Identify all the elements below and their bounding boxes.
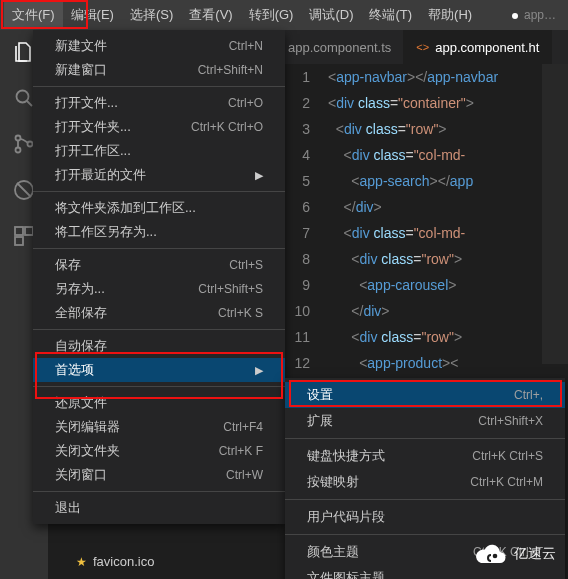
menu-help[interactable]: 帮助(H) — [420, 1, 480, 29]
svg-point-2 — [16, 148, 21, 153]
watermark-text: 亿速云 — [514, 545, 556, 563]
svg-point-8 — [493, 554, 498, 559]
menu-file[interactable]: 文件(F) — [4, 1, 63, 29]
submenu-settings[interactable]: 设置Ctrl+, — [285, 382, 565, 408]
menu-open-file[interactable]: 打开文件...Ctrl+O — [33, 91, 285, 115]
menu-add-folder[interactable]: 将文件夹添加到工作区... — [33, 196, 285, 220]
submenu-snippets[interactable]: 用户代码片段 — [285, 504, 565, 530]
menubar: 文件(F) 编辑(E) 选择(S) 查看(V) 转到(G) 调试(D) 终端(T… — [0, 0, 568, 30]
svg-point-0 — [17, 91, 29, 103]
tree-item-favicon[interactable]: ★ favicon.ico — [76, 554, 154, 569]
menu-save-as[interactable]: 另存为...Ctrl+Shift+S — [33, 277, 285, 301]
svg-point-3 — [28, 142, 33, 147]
menu-close-folder[interactable]: 关闭文件夹Ctrl+K F — [33, 439, 285, 463]
svg-point-1 — [16, 136, 21, 141]
menu-open-folder[interactable]: 打开文件夹...Ctrl+K Ctrl+O — [33, 115, 285, 139]
menu-exit[interactable]: 退出 — [33, 496, 285, 520]
menu-go[interactable]: 转到(G) — [241, 1, 302, 29]
menu-save[interactable]: 保存Ctrl+S — [33, 253, 285, 277]
submenu-keyboard-shortcuts[interactable]: 键盘快捷方式Ctrl+K Ctrl+S — [285, 443, 565, 469]
file-menu: 新建文件Ctrl+N 新建窗口Ctrl+Shift+N 打开文件...Ctrl+… — [33, 30, 285, 524]
html-file-icon: <> — [416, 41, 429, 53]
tab-label: app.component.ht — [435, 40, 539, 55]
menu-new-window[interactable]: 新建窗口Ctrl+Shift+N — [33, 58, 285, 82]
tree-item-label: favicon.ico — [93, 554, 154, 569]
submenu-extensions[interactable]: 扩展Ctrl+Shift+X — [285, 408, 565, 434]
menu-preferences[interactable]: 首选项▶ — [33, 358, 285, 382]
svg-rect-7 — [15, 237, 23, 245]
menu-save-all[interactable]: 全部保存Ctrl+K S — [33, 301, 285, 325]
menu-autosave[interactable]: 自动保存 — [33, 334, 285, 358]
menu-new-file[interactable]: 新建文件Ctrl+N — [33, 34, 285, 58]
menu-close-window[interactable]: 关闭窗口Ctrl+W — [33, 463, 285, 487]
menu-debug[interactable]: 调试(D) — [301, 1, 361, 29]
menu-revert[interactable]: 还原文件 — [33, 391, 285, 415]
menu-select[interactable]: 选择(S) — [122, 1, 181, 29]
svg-rect-5 — [15, 227, 23, 235]
tab-component-html[interactable]: <>app.component.ht — [404, 30, 552, 64]
code-content[interactable]: <app-navbar></app-navbar<div class="cont… — [328, 64, 498, 402]
menu-save-workspace[interactable]: 将工作区另存为... — [33, 220, 285, 244]
favicon-icon: ★ — [76, 555, 87, 569]
chevron-right-icon: ▶ — [255, 169, 263, 182]
tab-label: app.component.ts — [288, 40, 391, 55]
menu-terminal[interactable]: 终端(T) — [361, 1, 420, 29]
submenu-keymap[interactable]: 按键映射Ctrl+K Ctrl+M — [285, 469, 565, 495]
svg-rect-6 — [25, 227, 33, 235]
menu-view[interactable]: 查看(V) — [181, 1, 240, 29]
menu-open-recent[interactable]: 打开最近的文件▶ — [33, 163, 285, 187]
menu-close-editor[interactable]: 关闭编辑器Ctrl+F4 — [33, 415, 285, 439]
title-truncated: app… — [512, 8, 564, 22]
chevron-right-icon: ▶ — [255, 364, 263, 377]
watermark-logo: 亿速云 — [474, 543, 556, 565]
submenu-icon-theme[interactable]: 文件图标主题 — [285, 565, 565, 579]
menu-edit[interactable]: 编辑(E) — [63, 1, 122, 29]
menu-open-workspace[interactable]: 打开工作区... — [33, 139, 285, 163]
